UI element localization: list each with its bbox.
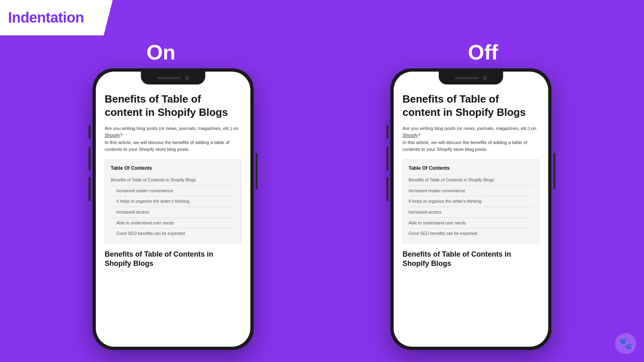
section-title-on: Benefits of Table of Contents in Shopify… bbox=[105, 250, 242, 269]
section-title-off: Benefits of Table of Contents in Shopify… bbox=[402, 250, 539, 269]
toc-item-off-4[interactable]: Able to understand user needs bbox=[409, 218, 533, 229]
shopify-link-off[interactable]: Shopify bbox=[402, 133, 418, 138]
on-label: On bbox=[0, 40, 322, 64]
phone-off: Benefits of Table of content in Shopify … bbox=[390, 68, 551, 350]
logo-icon: 🐾 bbox=[619, 337, 633, 350]
btn-mute bbox=[89, 125, 91, 139]
toc-box-off: Table Of Contents Benefits of Table of C… bbox=[402, 159, 539, 243]
blog-intro-on: Are you writing blog posts (or news, jou… bbox=[105, 125, 242, 153]
phones-container: Benefits of Table of content in Shopify … bbox=[0, 68, 644, 350]
phone-on-content: Benefits of Table of content in Shopify … bbox=[96, 72, 250, 347]
toc-item-off-2[interactable]: It helps to organize the writer's thinki… bbox=[409, 196, 533, 207]
btn-vol-up-off bbox=[386, 147, 388, 171]
shopify-link-on[interactable]: Shopify bbox=[105, 133, 120, 138]
phone-off-wrapper: Benefits of Table of content in Shopify … bbox=[322, 68, 620, 350]
btn-power bbox=[256, 153, 258, 189]
blog-title-on: Benefits of Table of content in Shopify … bbox=[105, 93, 242, 119]
toc-item-on-4[interactable]: Able to understand user needs bbox=[111, 218, 235, 229]
intro-text-off: Are you writing blog posts (or news, jou… bbox=[402, 126, 536, 152]
blog-intro-off: Are you writing blog posts (or news, jou… bbox=[402, 125, 539, 153]
toc-item-on-3[interactable]: Increased access bbox=[111, 207, 235, 218]
speaker-on bbox=[157, 77, 181, 79]
btn-mute-off bbox=[386, 125, 388, 139]
toc-item-on-5[interactable]: Good SEO benefits can be expected. bbox=[111, 228, 235, 239]
toc-title-off: Table Of Contents bbox=[409, 165, 533, 171]
btn-vol-down-off bbox=[386, 177, 388, 201]
toc-item-off-1[interactable]: Increased reader convenience bbox=[409, 186, 533, 197]
camera-on bbox=[185, 76, 189, 80]
blog-title-off: Benefits of Table of content in Shopify … bbox=[402, 93, 539, 119]
toc-item-off-5[interactable]: Good SEO benefits can be expected. bbox=[409, 228, 533, 239]
speaker-off bbox=[455, 77, 479, 79]
title-badge: Indentation bbox=[0, 0, 113, 35]
title-text: Indentation bbox=[8, 9, 84, 26]
phone-off-screen: Benefits of Table of content in Shopify … bbox=[394, 72, 548, 347]
toc-box-on: Table Of Contents Benefits of Table of C… bbox=[105, 159, 242, 243]
notch-off bbox=[439, 72, 503, 84]
toc-item-on-2[interactable]: It helps to organize the writer's thinki… bbox=[111, 196, 235, 207]
camera-off bbox=[483, 76, 487, 80]
phone-off-content: Benefits of Table of content in Shopify … bbox=[394, 72, 548, 347]
btn-power-off bbox=[553, 153, 555, 189]
toc-item-on-0[interactable]: Benefits of Table of Contents in Shopify… bbox=[111, 175, 235, 186]
toc-item-off-3[interactable]: Increased access bbox=[409, 207, 533, 218]
toc-item-on-1[interactable]: Increased reader convenience bbox=[111, 186, 235, 197]
intro-text-on: Are you writing blog posts (or news, jou… bbox=[105, 126, 238, 152]
notch-on bbox=[141, 72, 205, 84]
btn-vol-up bbox=[89, 147, 91, 171]
btn-vol-down bbox=[89, 177, 91, 201]
phone-on: Benefits of Table of content in Shopify … bbox=[93, 68, 254, 350]
column-labels: On Off bbox=[0, 40, 644, 64]
toc-item-off-0[interactable]: Benefits of Table of Contents in Shopify… bbox=[409, 175, 533, 186]
phone-on-wrapper: Benefits of Table of content in Shopify … bbox=[24, 68, 322, 350]
bottom-logo: 🐾 bbox=[615, 333, 636, 354]
off-label: Off bbox=[322, 40, 644, 64]
phone-on-screen: Benefits of Table of content in Shopify … bbox=[96, 72, 250, 347]
toc-title-on: Table Of Contents bbox=[111, 165, 235, 171]
